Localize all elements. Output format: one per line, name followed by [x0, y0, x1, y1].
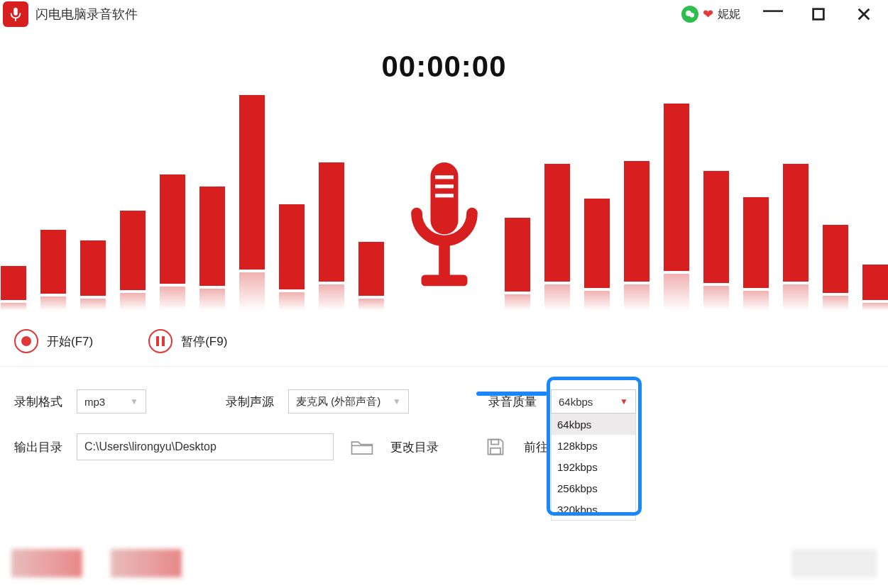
source-label: 录制声源 — [226, 394, 274, 410]
waveform-bar — [279, 204, 305, 311]
source-select[interactable]: 麦克风 (外部声音) ▼ — [288, 389, 409, 414]
title-bar: 闪电电脑录音软件 ❤ 妮妮 — — [0, 0, 888, 28]
app-icon — [3, 1, 28, 27]
svg-rect-8 — [435, 175, 454, 179]
change-dir-button[interactable]: 更改目录 — [390, 439, 439, 455]
svg-rect-0 — [13, 8, 18, 16]
waveform-bar — [120, 211, 146, 311]
quality-select[interactable]: 64kbps ▼ — [551, 389, 636, 414]
microphone-icon — [398, 162, 490, 311]
control-bar: 开始(F7) 暂停(F9) — [0, 311, 888, 367]
start-label: 开始(F7) — [47, 333, 93, 350]
timer-area: 00:00:00 — [0, 28, 888, 91]
source-value: 麦克风 (外部声音) — [296, 395, 380, 409]
waveform-bar — [783, 164, 808, 311]
blurred-block — [111, 549, 182, 577]
waveform-bar — [505, 218, 530, 311]
pause-label: 暂停(F9) — [181, 333, 227, 350]
window-maximize-button[interactable] — [806, 1, 831, 27]
quality-option[interactable]: 64kbps — [552, 414, 635, 435]
timer-display: 00:00:00 — [0, 50, 888, 84]
waveform-bar — [358, 242, 384, 311]
save-icon — [481, 435, 510, 459]
settings-row-2: 输出目录 更改目录 前往 — [14, 433, 874, 460]
settings-row-1: 录制格式 mp3 ▼ 录制声源 麦克风 (外部声音) ▼ 录音质量 64kbps… — [14, 389, 874, 414]
output-path-input[interactable] — [77, 433, 334, 460]
record-icon — [14, 329, 38, 353]
folder-icon — [348, 435, 376, 459]
svg-rect-14 — [490, 448, 500, 455]
waveform-bar — [703, 171, 729, 311]
format-label: 录制格式 — [14, 394, 62, 410]
user-block[interactable]: ❤ 妮妮 — [681, 6, 740, 23]
heart-icon: ❤ — [703, 6, 713, 22]
svg-rect-12 — [421, 275, 467, 287]
start-record-button[interactable]: 开始(F7) — [14, 329, 93, 353]
footer-ads — [0, 538, 888, 588]
pause-icon — [148, 329, 172, 353]
format-value: mp3 — [84, 396, 105, 408]
chevron-down-icon: ▼ — [620, 396, 628, 406]
svg-rect-4 — [813, 9, 824, 20]
waveform-visualizer — [0, 91, 888, 311]
waveform-bar — [664, 104, 689, 311]
waveform-bar — [319, 162, 344, 311]
chevron-down-icon: ▼ — [130, 396, 138, 406]
waveform-bar — [40, 230, 66, 311]
waveform-bar — [239, 95, 265, 311]
waveform-bar — [544, 164, 570, 311]
user-name: 妮妮 — [718, 7, 740, 22]
waveform-bar — [199, 187, 225, 311]
window-minimize-button[interactable]: — — [760, 0, 786, 23]
quality-option[interactable]: 192kbps — [552, 456, 635, 477]
waveform-bar — [80, 240, 106, 311]
svg-rect-13 — [491, 440, 499, 445]
title-bar-left: 闪电电脑录音软件 — [3, 1, 138, 27]
waveform-bar — [584, 199, 610, 311]
chevron-down-icon: ▼ — [393, 396, 401, 406]
waveform-bar — [862, 265, 888, 311]
quality-select-wrap: 64kbps ▼ 64kbps128kbps192kbps256kbps320k… — [551, 389, 636, 414]
window-close-button[interactable] — [851, 1, 877, 27]
pause-record-button[interactable]: 暂停(F9) — [148, 329, 227, 353]
waveform-bar — [743, 197, 769, 311]
goto-dir-button[interactable]: 前往 — [524, 439, 548, 455]
quality-option[interactable]: 128kbps — [552, 435, 635, 456]
waveform-bar — [160, 174, 185, 311]
quality-option[interactable]: 320kbps — [552, 499, 635, 520]
waveform-bar — [823, 225, 848, 311]
svg-point-3 — [689, 13, 694, 18]
quality-option[interactable]: 256kbps — [552, 477, 635, 499]
title-bar-right: ❤ 妮妮 — — [681, 1, 885, 27]
quality-label: 录音质量 — [488, 394, 537, 410]
settings-panel: 录制格式 mp3 ▼ 录制声源 麦克风 (外部声音) ▼ 录音质量 64kbps… — [0, 367, 888, 467]
svg-rect-11 — [439, 241, 450, 278]
app-title: 闪电电脑录音软件 — [35, 6, 138, 23]
waveform-bar — [1, 266, 26, 311]
quality-value: 64kbps — [559, 396, 593, 408]
svg-rect-9 — [435, 184, 454, 188]
svg-rect-7 — [430, 162, 458, 234]
blurred-block — [791, 549, 877, 577]
waveform-bar — [624, 161, 649, 311]
output-label: 输出目录 — [14, 439, 62, 455]
quality-dropdown: 64kbps128kbps192kbps256kbps320kbps — [551, 414, 636, 521]
svg-rect-10 — [435, 194, 454, 197]
format-select[interactable]: mp3 ▼ — [77, 389, 146, 414]
wechat-icon — [681, 6, 698, 23]
blurred-block — [11, 549, 82, 577]
